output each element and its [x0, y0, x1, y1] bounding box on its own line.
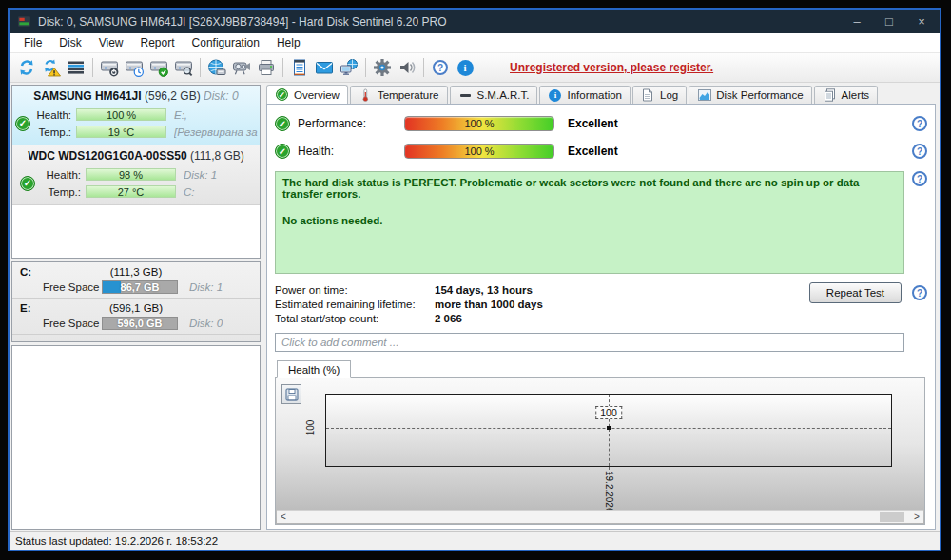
- disk-check-icon[interactable]: [146, 55, 171, 80]
- tab-alerts[interactable]: Alerts: [814, 86, 878, 104]
- menu-help[interactable]: Help: [268, 34, 309, 51]
- disk-header: SAMSUNG HM641JI (596,2 GB) Disk: 0: [15, 87, 257, 106]
- disk-power-icon[interactable]: [97, 55, 122, 80]
- tab-log[interactable]: Log: [632, 86, 687, 104]
- info-icon[interactable]: i: [453, 55, 477, 80]
- disk-clock-icon[interactable]: [122, 55, 146, 80]
- projector-icon[interactable]: [229, 55, 254, 80]
- sidebar: SAMSUNG HM641JI (596,2 GB) Disk: 0 ✓ Hea…: [11, 85, 261, 530]
- tab-disk-performance[interactable]: Disk Performance: [689, 86, 811, 104]
- pages-icon: [823, 88, 837, 103]
- temp-label: Temp.:: [30, 126, 76, 138]
- chart-horizontal-scrollbar[interactable]: < >: [277, 510, 923, 523]
- disk-search-icon[interactable]: [171, 55, 196, 80]
- status-text-row: The hard disk status is PERFECT. Problem…: [275, 171, 927, 274]
- tab-smart[interactable]: S.M.A.R.T.: [450, 86, 538, 104]
- stat-label: Power on time:: [275, 284, 435, 296]
- printer-icon[interactable]: [254, 55, 279, 80]
- ok-check-icon: ✓: [275, 116, 290, 131]
- check-circle-icon: ✓: [275, 87, 289, 102]
- report-icon[interactable]: [287, 55, 312, 80]
- tab-label: Log: [660, 89, 678, 101]
- health-rating: Excellent: [568, 145, 618, 158]
- health-chart-tab[interactable]: Health (%): [277, 360, 351, 378]
- health-row: ✓ Health: 100 % Excellent ?: [275, 141, 927, 162]
- content-area: ✓ Overview Temperature S.M.A.R.T. i Info…: [261, 85, 938, 530]
- maximize-button[interactable]: □: [873, 10, 905, 33]
- sidebar-empty-panel: [11, 345, 261, 530]
- minimize-button[interactable]: –: [841, 10, 873, 33]
- menu-file[interactable]: File: [15, 34, 50, 51]
- comment-row: [275, 333, 927, 352]
- toolbar-separator: [92, 58, 93, 77]
- disk-name: SAMSUNG HM641JI: [33, 89, 141, 103]
- settings-gear-icon[interactable]: [370, 55, 395, 80]
- disk-entry-wdc[interactable]: WDC WDS120G1G0A-00SS50 (111,8 GB) ✓ Heal…: [12, 145, 260, 205]
- tab-label: Disk Performance: [716, 89, 803, 101]
- temp-bar: 27 °C: [86, 185, 176, 198]
- comment-input[interactable]: [275, 333, 904, 352]
- help-icon[interactable]: ?: [912, 116, 927, 131]
- menu-configuration[interactable]: Configuration: [184, 34, 268, 51]
- partition-letter: E:: [20, 302, 77, 314]
- save-chart-button[interactable]: [281, 384, 301, 404]
- chart-point-label[interactable]: 100: [595, 406, 622, 419]
- free-space-bar: 86,7 GB: [102, 280, 178, 294]
- info-circle-icon: i: [548, 88, 562, 103]
- stat-value: 154 days, 13 hours: [435, 284, 533, 296]
- disk-entry-samsung[interactable]: SAMSUNG HM641JI (596,2 GB) Disk: 0 ✓ Hea…: [12, 86, 260, 145]
- stat-label: Estimated remaining lifetime:: [275, 299, 435, 310]
- main-area: SAMSUNG HM641JI (596,2 GB) Disk: 0 ✓ Hea…: [10, 83, 940, 531]
- partition-entry-c[interactable]: C: (111,3 GB) Free Space 86,7 GB Disk: 1: [12, 262, 260, 299]
- email-icon[interactable]: [312, 55, 337, 80]
- refresh-warning-icon[interactable]: [39, 55, 64, 80]
- stat-row: Power on time: 154 days, 13 hours: [275, 282, 813, 297]
- chart-icon: [697, 88, 711, 103]
- help-icon[interactable]: ?: [912, 285, 927, 300]
- disk-health-row: Health: 98 % Disk: 1: [40, 166, 257, 183]
- disk-size: (596,2 GB): [145, 89, 201, 103]
- toolbar-separator: [423, 58, 424, 77]
- tab-label: S.M.A.R.T.: [477, 89, 530, 101]
- stat-row: Total start/stop count: 2 066: [275, 311, 813, 325]
- menu-disk[interactable]: Disk: [50, 34, 89, 51]
- disk-number-label: Disk: 1: [189, 281, 223, 293]
- help-icon[interactable]: ?: [428, 55, 453, 80]
- network-icon[interactable]: [337, 55, 361, 80]
- menu-view[interactable]: View: [90, 34, 132, 51]
- toolbar-separator: [282, 58, 283, 77]
- disk-globe-icon[interactable]: [204, 55, 229, 80]
- health-chart-body: 100 100 19.2.2026 г. <: [275, 377, 925, 525]
- health-bar: 98 %: [86, 168, 176, 181]
- status-action-text: No actions needed.: [282, 215, 897, 226]
- refresh-icon[interactable]: [14, 55, 39, 80]
- scroll-right-arrow-icon[interactable]: >: [910, 511, 923, 523]
- disk-temp-row: Temp.: 27 °C C:: [40, 183, 257, 200]
- tab-temperature[interactable]: Temperature: [350, 86, 448, 104]
- close-button[interactable]: ×: [905, 10, 938, 33]
- health-chart-section: Health (%) 100 100 19.2.2026 г.: [275, 359, 927, 525]
- disk-list: SAMSUNG HM641JI (596,2 GB) Disk: 0 ✓ Hea…: [11, 85, 261, 259]
- menu-report[interactable]: Report: [132, 34, 184, 51]
- tab-overview[interactable]: ✓ Overview: [266, 85, 348, 104]
- disk-surface-icon[interactable]: [64, 55, 88, 80]
- repeat-test-button[interactable]: Repeat Test: [809, 282, 902, 303]
- tab-label: Overview: [294, 89, 340, 101]
- free-space-bar: 596,0 GB: [102, 317, 178, 330]
- stats-section: Power on time: 154 days, 13 hours Estima…: [275, 282, 927, 325]
- sound-icon[interactable]: [395, 55, 419, 80]
- stat-row: Estimated remaining lifetime: more than …: [275, 297, 813, 311]
- status-bar: Status last updated: 19.2.2026 г. 18:53:…: [10, 531, 940, 550]
- tab-information[interactable]: i Information: [539, 86, 631, 104]
- partition-entry-e[interactable]: E: (596,1 GB) Free Space 596,0 GB Disk: …: [12, 299, 260, 335]
- register-notice-link[interactable]: Unregistered version, please register.: [510, 61, 713, 74]
- help-icon[interactable]: ?: [912, 144, 927, 159]
- app-logo-icon: [17, 14, 31, 29]
- free-space-value: 86,7 GB: [103, 281, 177, 293]
- free-space-label: Free Space: [43, 318, 102, 329]
- disk-number-label: Disk: 0: [189, 318, 223, 329]
- scroll-left-arrow-icon[interactable]: <: [277, 511, 290, 523]
- scrollbar-thumb[interactable]: [880, 512, 904, 522]
- help-icon[interactable]: ?: [912, 171, 927, 186]
- stat-value: 2 066: [435, 313, 462, 324]
